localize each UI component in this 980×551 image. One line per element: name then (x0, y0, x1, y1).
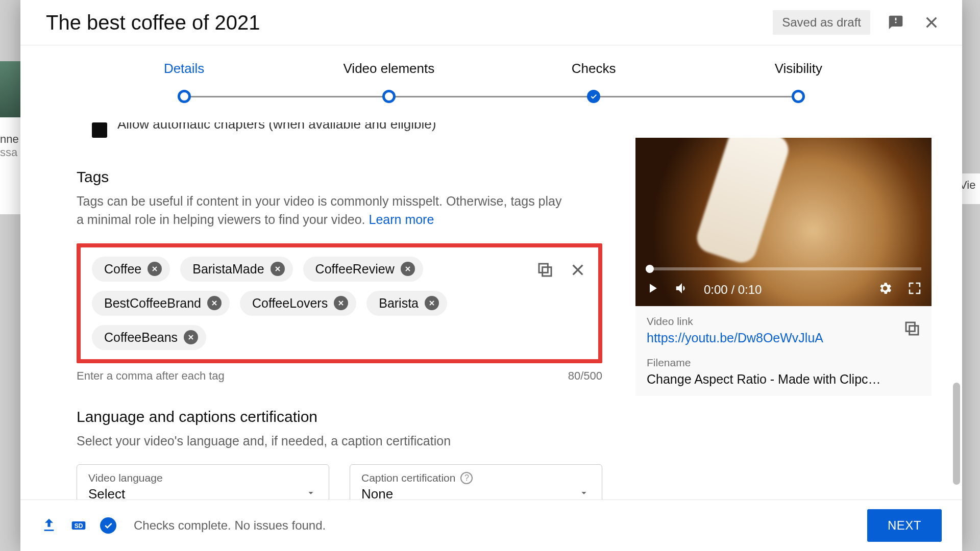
step-checks[interactable]: Checks (492, 61, 696, 107)
remove-tag-icon[interactable] (184, 330, 198, 344)
caption-certification-dropdown[interactable]: Caption certification ? None (350, 464, 602, 499)
video-time: 0:00 / 0:10 (704, 283, 762, 297)
tag-label: CoffeeBeans (104, 330, 178, 345)
copy-link-icon[interactable] (904, 320, 920, 339)
dialog-footer: SD Checks complete. No issues found. NEX… (20, 499, 962, 551)
next-button[interactable]: NEXT (867, 509, 942, 542)
chevron-down-icon (578, 487, 590, 499)
save-status-chip: Saved as draft (773, 10, 870, 35)
tags-description: Tags can be useful if content in your vi… (77, 192, 567, 229)
sd-icon[interactable]: SD (70, 517, 87, 534)
remove-tag-icon[interactable] (401, 262, 415, 276)
tag-label: CoffeeReview (315, 262, 395, 277)
svg-rect-0 (543, 267, 551, 276)
video-link-label: Video link (647, 315, 920, 328)
volume-icon[interactable] (674, 281, 690, 299)
dialog-body: Allow automatic chapters (when available… (20, 107, 962, 499)
tag-chip: Barista (366, 291, 447, 316)
checks-complete-icon (100, 517, 116, 534)
tags-heading: Tags (77, 168, 615, 186)
video-link[interactable]: https://youtu.be/Dw8OeWvJluA (647, 331, 920, 345)
svg-rect-3 (906, 322, 915, 331)
copy-tags-icon[interactable] (536, 261, 554, 279)
background-right-peek: Vie (960, 173, 980, 204)
status-text: Checks complete. No issues found. (134, 518, 326, 533)
step-visibility[interactable]: Visibility (696, 61, 901, 107)
tags-counter: 80/500 (568, 369, 602, 383)
remove-tag-icon[interactable] (425, 296, 439, 310)
scrollbar-thumb[interactable] (953, 383, 960, 485)
step-details[interactable]: Details (82, 61, 286, 107)
video-progress-bar[interactable] (646, 267, 921, 270)
tags-input-highlight: CoffeeBaristaMadeCoffeeReviewBestCoffeeB… (77, 243, 602, 363)
auto-chapters-row[interactable]: Allow automatic chapters (when available… (92, 122, 615, 138)
chevron-down-icon (305, 487, 316, 499)
tag-label: BaristaMade (192, 262, 264, 277)
fullscreen-icon[interactable] (907, 281, 922, 299)
upload-icon[interactable] (41, 517, 57, 534)
tags-learn-more-link[interactable]: Learn more (369, 212, 434, 227)
auto-chapters-label: Allow automatic chapters (when available… (117, 122, 436, 132)
remove-tag-icon[interactable] (148, 262, 162, 276)
tag-label: BestCoffeeBrand (104, 296, 201, 311)
settings-icon[interactable] (877, 281, 893, 299)
filename-label: Filename (647, 357, 920, 369)
tag-chip: CoffeeLovers (240, 291, 356, 316)
tags-input[interactable]: CoffeeBaristaMadeCoffeeReviewBestCoffeeB… (92, 257, 587, 350)
tag-label: Coffee (104, 262, 141, 277)
tag-chip: BestCoffeeBrand (92, 291, 230, 316)
tag-label: CoffeeLovers (252, 296, 328, 311)
tag-label: Barista (379, 296, 419, 311)
feedback-icon[interactable] (886, 12, 906, 33)
language-description: Select your video's language and, if nee… (77, 432, 567, 450)
svg-text:SD: SD (75, 522, 83, 530)
stepper: Details Video elements Checks Visibility (20, 45, 962, 107)
upload-dialog: The best coffee of 2021 Saved as draft D… (20, 0, 962, 551)
video-language-dropdown[interactable]: Video language Select (77, 464, 329, 499)
remove-tag-icon[interactable] (334, 296, 348, 310)
help-icon[interactable]: ? (460, 472, 473, 484)
clear-tags-icon[interactable] (569, 261, 587, 279)
video-preview[interactable]: 0:00 / 0:10 (635, 138, 932, 306)
tag-chip: CoffeeBeans (92, 325, 206, 350)
close-icon[interactable] (921, 12, 942, 33)
checkbox-icon[interactable] (92, 122, 107, 138)
play-icon[interactable] (645, 281, 660, 299)
remove-tag-icon[interactable] (207, 296, 222, 310)
tag-chip: Coffee (92, 257, 170, 282)
tags-helper-text: Enter a comma after each tag (77, 369, 225, 383)
step-video-elements[interactable]: Video elements (286, 61, 491, 107)
video-title: The best coffee of 2021 (46, 11, 260, 34)
svg-rect-2 (910, 326, 918, 335)
remove-tag-icon[interactable] (271, 262, 285, 276)
dialog-header: The best coffee of 2021 Saved as draft (20, 0, 962, 45)
language-heading: Language and captions certification (77, 408, 615, 425)
svg-rect-1 (539, 264, 548, 272)
filename-value: Change Aspect Ratio - Made with Clipc… (647, 372, 920, 387)
tag-chip: BaristaMade (180, 257, 292, 282)
tag-chip: CoffeeReview (303, 257, 423, 282)
